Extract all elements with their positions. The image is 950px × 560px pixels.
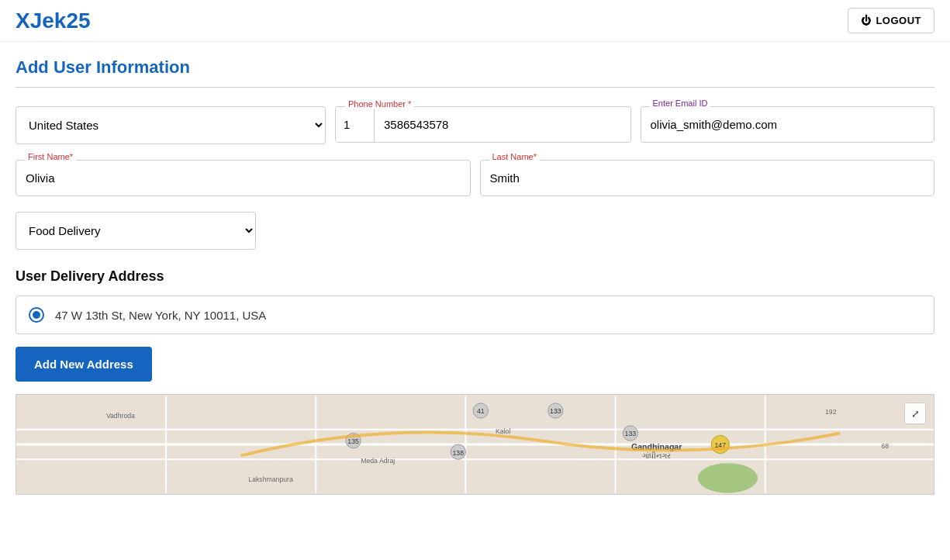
last-name-wrapper: Last Name* (480, 160, 935, 196)
country-select-wrapper: United States Canada United Kingdom Aust… (16, 106, 326, 144)
map-expand-button[interactable]: ⤢ (904, 403, 926, 424)
expand-icon: ⤢ (911, 408, 920, 420)
header: XJek25 ⏻ LOGOUT (0, 0, 950, 42)
logout-label: LOGOUT (876, 15, 921, 26)
svg-text:68: 68 (881, 442, 889, 450)
phone-prefix-input[interactable] (336, 107, 375, 142)
svg-text:192: 192 (825, 408, 837, 416)
page-title: Add User Information (16, 57, 934, 78)
add-address-button[interactable]: Add New Address (16, 347, 152, 382)
phone-label: Phone Number * (345, 99, 414, 109)
svg-text:138: 138 (453, 449, 465, 457)
svg-text:133: 133 (625, 430, 637, 437)
email-input[interactable] (641, 106, 935, 143)
form-row-1: United States Canada United Kingdom Aust… (16, 106, 934, 144)
divider (16, 87, 934, 88)
map-svg: 41 133 135 138 133 147 Gandhinagar ગાંધી… (16, 395, 934, 494)
svg-text:Kalol: Kalol (496, 427, 510, 435)
first-name-label: First Name* (25, 152, 76, 161)
svg-text:Vadhroda: Vadhroda (106, 412, 135, 420)
logo: XJek25 (16, 9, 91, 33)
phone-number-input[interactable] (375, 107, 630, 142)
svg-point-23 (698, 463, 758, 493)
svg-text:133: 133 (550, 407, 561, 415)
power-icon: ⏻ (861, 15, 872, 26)
first-name-input[interactable] (16, 160, 471, 196)
radio-inner (33, 311, 40, 319)
address-text: 47 W 13th St, New York, NY 10011, USA (55, 309, 266, 322)
main-content: Add User Information United States Canad… (0, 42, 950, 510)
logout-button[interactable]: ⏻ LOGOUT (848, 8, 934, 33)
email-wrapper: Enter Email ID (641, 106, 935, 143)
delivery-section-title: User Delivery Address (16, 268, 934, 285)
name-row: First Name* Last Name* (16, 160, 934, 196)
last-name-label: Last Name* (489, 152, 540, 161)
logo-suffix: 25 (66, 9, 90, 33)
svg-text:135: 135 (347, 437, 359, 445)
svg-text:Meda Adraj: Meda Adraj (361, 457, 395, 465)
first-name-wrapper: First Name* (16, 160, 471, 196)
logo-text: XJek (16, 9, 66, 33)
country-select[interactable]: United States Canada United Kingdom Aust… (16, 106, 326, 144)
address-box[interactable]: 47 W 13th St, New York, NY 10011, USA (16, 296, 934, 334)
phone-group: Phone Number * (335, 106, 631, 143)
svg-text:Lakshmanpura: Lakshmanpura (248, 475, 293, 483)
service-select-wrapper: Food Delivery Grocery Delivery Package D… (16, 212, 256, 250)
email-label: Enter Email ID (650, 99, 711, 108)
address-radio[interactable] (29, 307, 44, 323)
last-name-input[interactable] (480, 160, 935, 196)
svg-text:ગાંધીનગર: ગાંધીનગર (642, 451, 671, 460)
svg-text:41: 41 (477, 407, 485, 415)
map-container: 41 133 135 138 133 147 Gandhinagar ગાંધી… (16, 394, 934, 495)
service-select[interactable]: Food Delivery Grocery Delivery Package D… (16, 212, 256, 250)
